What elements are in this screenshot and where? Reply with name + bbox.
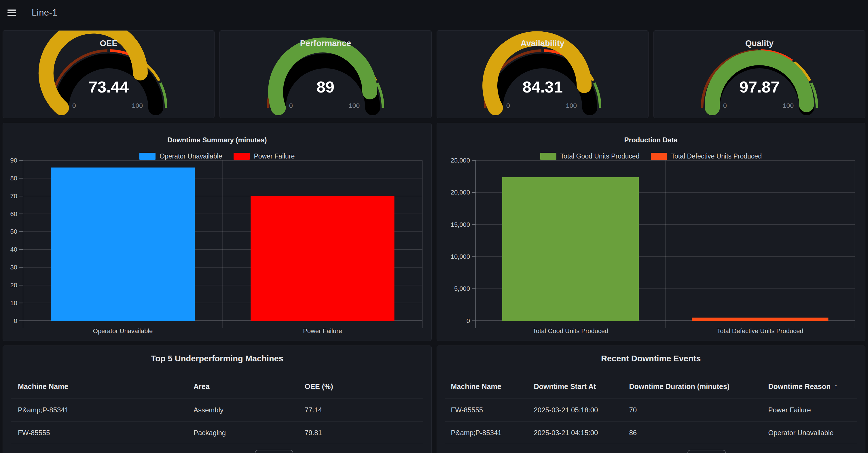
panel-title: Recent Downtime Events: [437, 354, 865, 363]
table-cell: 86: [629, 427, 637, 439]
legend-item[interactable]: Total Defective Units Produced: [651, 152, 762, 160]
table-cell: 70: [629, 404, 637, 416]
y-axis-label: 60: [10, 210, 17, 217]
gauges-row: OEE 73.440100 Performance 890100 Availab…: [0, 30, 868, 118]
y-axis-label: 30: [10, 264, 17, 271]
legend-swatch-icon: [651, 153, 667, 160]
gauge-min-label: 0: [723, 102, 727, 109]
y-axis-label: 10,000: [451, 253, 470, 260]
hamburger-menu-icon[interactable]: [7, 9, 16, 16]
column-header-machine-name[interactable]: Machine Name: [451, 381, 501, 392]
panel-title: Top 5 Underperforming Machines: [3, 354, 431, 363]
gauge-value: 73.44: [88, 78, 129, 96]
dashboard-page: Line-1 OEE 73.440100 Performance 890100 …: [0, 0, 868, 453]
table-cell: FW-85555: [18, 427, 50, 439]
sort-ascending-icon: ↑: [834, 382, 838, 391]
gauge-min-label: 0: [72, 102, 76, 109]
y-axis-label: 0: [466, 317, 470, 325]
column-header-machine-name[interactable]: Machine Name: [18, 381, 68, 392]
panel-title: Quality: [654, 39, 865, 48]
gauge-max-label: 100: [566, 102, 577, 109]
column-header-oee-pct[interactable]: OEE (%): [305, 381, 333, 392]
x-axis-category-label: Power Failure: [303, 327, 342, 335]
legend-swatch-icon: [540, 153, 556, 160]
gauge-min-label: 0: [506, 102, 510, 109]
legend-item[interactable]: Power Failure: [234, 152, 294, 160]
y-axis-label: 50: [10, 228, 17, 236]
panel-performance: Performance 890100: [219, 30, 431, 118]
gauge-max-label: 100: [349, 102, 360, 109]
gauge-value: 97.87: [739, 78, 780, 96]
table-cell: 2025-03-21 04:15:00: [534, 427, 598, 439]
chart-legend: Operator UnavailablePower Failure: [3, 152, 431, 160]
column-header-downtime-start[interactable]: Downtime Start At: [534, 381, 596, 392]
bar-total-good-units-produced[interactable]: [502, 177, 639, 321]
y-axis-label: 70: [10, 192, 17, 200]
panel-recent-downtime-events: Recent Downtime Events Machine Name Down…: [437, 345, 866, 453]
gauge-max-label: 100: [132, 102, 143, 109]
y-axis-label: 20: [10, 281, 17, 289]
charts-row: Downtime Summary (minutes) Operator Unav…: [0, 123, 868, 341]
panel-oee: OEE 73.440100: [3, 30, 215, 118]
panel-availability: Availability 84.310100: [437, 30, 649, 118]
table-cell: Operator Unavailable: [768, 427, 834, 439]
table-footer-divider: [11, 444, 423, 444]
legend-swatch-icon: [140, 153, 156, 160]
pagination-button[interactable]: [255, 450, 293, 453]
y-axis-label: 80: [10, 175, 17, 182]
panel-top5-underperforming-machines: Top 5 Underperforming Machines Machine N…: [3, 345, 432, 453]
x-axis-category-label: Total Defective Units Produced: [717, 327, 803, 335]
row-divider: [445, 421, 857, 422]
table-cell: FW-85555: [451, 404, 483, 416]
panel-downtime-summary: Downtime Summary (minutes) Operator Unav…: [3, 123, 432, 341]
chart-title: Production Data: [437, 136, 865, 144]
legend-label: Total Defective Units Produced: [671, 152, 762, 160]
y-axis-label: 0: [14, 317, 17, 325]
table-cell: 79.81: [305, 427, 322, 439]
dashboard-title: Line-1: [32, 7, 57, 18]
table-cell: Assembly: [193, 404, 223, 416]
row-divider: [11, 421, 423, 422]
bar-total-defective-units-produced[interactable]: [692, 318, 828, 321]
tables-row: Top 5 Underperforming Machines Machine N…: [0, 345, 868, 453]
y-axis-label: 20,000: [451, 189, 470, 196]
row-divider: [445, 398, 857, 398]
legend-item[interactable]: Total Good Units Produced: [540, 152, 640, 160]
legend-label: Power Failure: [254, 152, 294, 160]
column-header-label: Downtime Reason: [768, 383, 831, 390]
panel-title: OEE: [3, 39, 214, 48]
legend-item[interactable]: Operator Unavailable: [140, 152, 222, 160]
gauge-value: 89: [316, 78, 334, 96]
table-cell: Power Failure: [768, 404, 811, 416]
panel-title: Performance: [220, 39, 431, 48]
row-divider: [11, 398, 423, 398]
gauge-min-label: 0: [289, 102, 293, 109]
gauge-value: 84.31: [522, 78, 563, 96]
table-footer-divider: [445, 444, 857, 444]
y-axis-label: 15,000: [451, 221, 470, 228]
panel-production-data: Production Data Total Good Units Produce…: [437, 123, 866, 341]
y-axis-label: 40: [10, 246, 17, 253]
legend-label: Operator Unavailable: [159, 152, 222, 160]
chart-legend: Total Good Units ProducedTotal Defective…: [437, 152, 865, 160]
top-navbar: Line-1: [0, 0, 868, 25]
column-header-downtime-duration[interactable]: Downtime Duration (minutes): [629, 381, 730, 392]
panel-quality: Quality 97.870100: [653, 30, 865, 118]
chart-title: Downtime Summary (minutes): [3, 136, 431, 144]
table-cell: 77.14: [305, 404, 322, 416]
column-header-area[interactable]: Area: [193, 381, 210, 392]
gauge-max-label: 100: [783, 102, 794, 109]
table-cell: P&amp;P-85341: [18, 404, 68, 416]
column-header-downtime-reason[interactable]: Downtime Reason↑: [768, 381, 838, 392]
table-cell: 2025-03-21 05:18:00: [534, 404, 598, 416]
x-axis-category-label: Total Good Units Produced: [532, 327, 608, 335]
table-cell: Packaging: [193, 427, 226, 439]
x-axis-category-label: Operator Unavailable: [93, 327, 153, 335]
pagination-button[interactable]: [687, 450, 726, 453]
bar-power-failure[interactable]: [251, 196, 394, 321]
panel-title: Availability: [437, 39, 648, 48]
y-axis-label: 5,000: [454, 285, 470, 292]
y-axis-label: 10: [10, 299, 17, 307]
bar-operator-unavailable[interactable]: [51, 168, 195, 321]
legend-label: Total Good Units Produced: [560, 152, 640, 160]
